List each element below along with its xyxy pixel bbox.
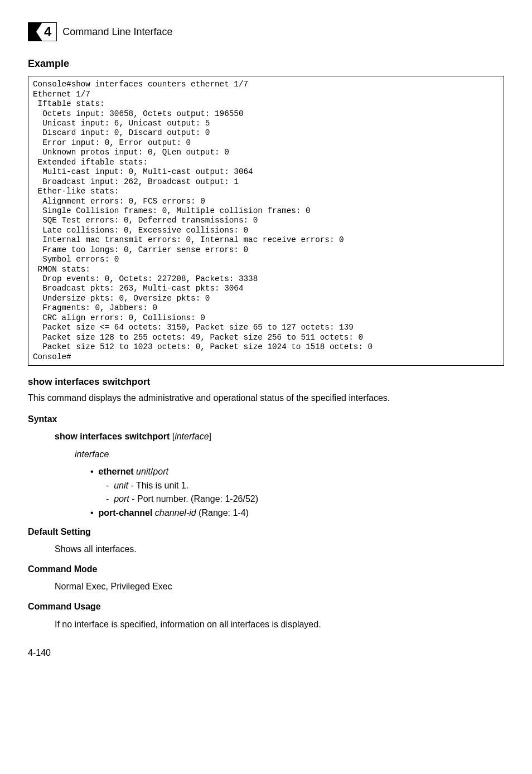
dash: - (106, 481, 114, 490)
portchannel-label: port-channel (99, 508, 153, 517)
chapter-number-box: 4 (28, 22, 57, 41)
bracket-open: [ (170, 432, 175, 441)
page-number: 4-140 (28, 647, 504, 659)
usage-text: If no interface is specified, informatio… (55, 618, 504, 631)
usage-heading: Command Usage (28, 601, 504, 613)
default-heading: Default Setting (28, 526, 504, 538)
chapter-title: Command Line Interface (62, 25, 172, 38)
example-heading: Example (28, 57, 504, 70)
code-example: Console#show interfaces counters etherne… (28, 76, 504, 366)
syntax-heading: Syntax (28, 413, 504, 425)
mode-text: Normal Exec, Privileged Exec (55, 580, 504, 593)
default-text: Shows all interfaces. (55, 543, 504, 555)
chapter-number: 4 (42, 23, 56, 41)
bullet-dot: • (90, 467, 99, 476)
bracket-close: ] (209, 432, 211, 441)
syntax-arg: interface (175, 432, 209, 441)
command-description: This command displays the administrative… (28, 392, 504, 404)
syntax-sub-unit: - unit - This is unit 1. (106, 480, 504, 492)
portchannel-text: (Range: 1-4) (196, 508, 249, 517)
syntax-bullet-portchannel: • port-channel channel-id (Range: 1-4) (90, 507, 504, 519)
port-arg: port (153, 467, 168, 476)
triangle-icon (28, 22, 42, 41)
command-name: show interfaces switchport (28, 376, 504, 389)
syntax-sub-port: - port - Port number. (Range: 1-26/52) (106, 493, 504, 505)
syntax-line: show interfaces switchport [interface] (55, 430, 504, 443)
unit-arg: unit (136, 467, 151, 476)
mode-heading: Command Mode (28, 563, 504, 575)
syntax-bullet-ethernet: • ethernet unit/port (90, 466, 504, 478)
dash: - (106, 494, 114, 504)
port-text: - Port number. (Range: 1-26/52) (129, 494, 258, 504)
unit-text: - This is unit 1. (128, 481, 188, 490)
bullet-dot: • (90, 508, 99, 517)
syntax-command-bold: show interfaces switchport (55, 432, 170, 441)
chapter-header: 4 Command Line Interface (28, 22, 504, 41)
unit-italic: unit (114, 481, 128, 490)
port-italic: port (114, 494, 129, 504)
ethernet-label: ethernet (99, 467, 134, 476)
channelid-arg: channel-id (155, 508, 196, 517)
syntax-arg-name: interface (75, 448, 504, 461)
